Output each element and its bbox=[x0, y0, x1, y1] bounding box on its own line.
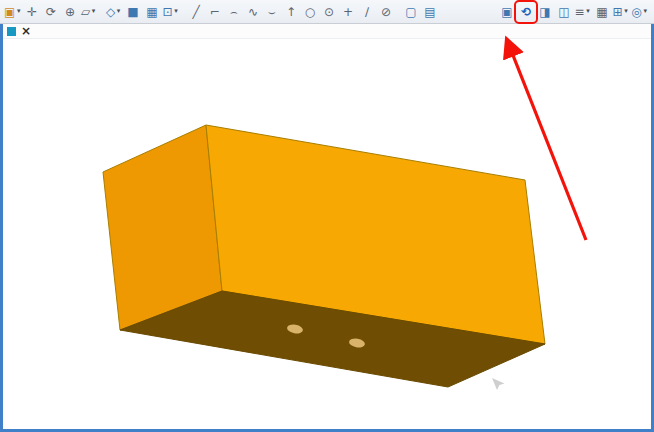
point-set-icon[interactable]: ⊡▾ bbox=[162, 3, 180, 21]
editor-view-icon[interactable]: ◫ bbox=[555, 3, 573, 21]
layer-settings-icon[interactable]: ≡▾ bbox=[574, 3, 592, 21]
section-view-icon[interactable]: ◨ bbox=[536, 3, 554, 21]
toolbar-right: ▣⟲◨◫≡▾▦⊞▾◎▾ bbox=[498, 3, 650, 21]
more-tools-icon[interactable]: ◎▾ bbox=[631, 3, 649, 21]
part-tab-bar: × bbox=[3, 24, 651, 39]
display-mode-icon[interactable]: ▱▾ bbox=[80, 3, 98, 21]
extrude-body-icon[interactable]: ▢ bbox=[402, 3, 420, 21]
viewport-frame: × bbox=[0, 24, 654, 432]
sketch-profile-icon[interactable]: ⌐ bbox=[206, 3, 224, 21]
window-switch-icon[interactable]: ⊞▾ bbox=[612, 3, 630, 21]
close-tab-button[interactable]: × bbox=[21, 25, 31, 37]
sketch-line-icon[interactable]: ╱ bbox=[187, 3, 205, 21]
pan-tool-icon[interactable]: ✛ bbox=[23, 3, 41, 21]
selection-filter-icon[interactable]: ▣▾ bbox=[4, 3, 22, 21]
sketch-point-icon[interactable]: + bbox=[339, 3, 357, 21]
grid-display-icon[interactable]: ▦ bbox=[593, 3, 611, 21]
sketch-spline-icon[interactable]: ∿ bbox=[244, 3, 262, 21]
sketch-arc-icon[interactable]: ⌢ bbox=[225, 3, 243, 21]
rotate-view-icon[interactable]: ⟳ bbox=[42, 3, 60, 21]
shaded-solid-icon[interactable]: ▦ bbox=[143, 3, 161, 21]
part-window-icon bbox=[7, 27, 16, 36]
datum-plane-icon[interactable]: ◇▾ bbox=[105, 3, 123, 21]
sketch-axis-icon[interactable]: ↑ bbox=[282, 3, 300, 21]
sketch-circle-icon[interactable]: ○ bbox=[301, 3, 319, 21]
scene-display-icon[interactable]: ▣ bbox=[498, 3, 516, 21]
main-toolbar: ▣▾✛⟳⊕▱▾◇▾■▦⊡▾╱⌐⌢∿⌣↑○⊙+∕⊘▢▤ ▣⟲◨◫≡▾▦⊞▾◎▾ bbox=[0, 0, 654, 24]
inclined-line-icon[interactable]: ∕ bbox=[358, 3, 376, 21]
graphics-canvas[interactable] bbox=[3, 39, 651, 429]
sketch-fillet-icon[interactable]: ⌣ bbox=[263, 3, 281, 21]
sheet-body-icon[interactable]: ▤ bbox=[421, 3, 439, 21]
block-icon[interactable]: ■ bbox=[124, 3, 142, 21]
zoom-tool-icon[interactable]: ⊕ bbox=[61, 3, 79, 21]
quick-trim-icon[interactable]: ⊘ bbox=[377, 3, 395, 21]
toolbar-left: ▣▾✛⟳⊕▱▾◇▾■▦⊡▾╱⌐⌢∿⌣↑○⊙+∕⊘▢▤ bbox=[4, 3, 440, 21]
revolve-tool-icon[interactable]: ⟲ bbox=[517, 3, 535, 21]
circle-center-icon[interactable]: ⊙ bbox=[320, 3, 338, 21]
